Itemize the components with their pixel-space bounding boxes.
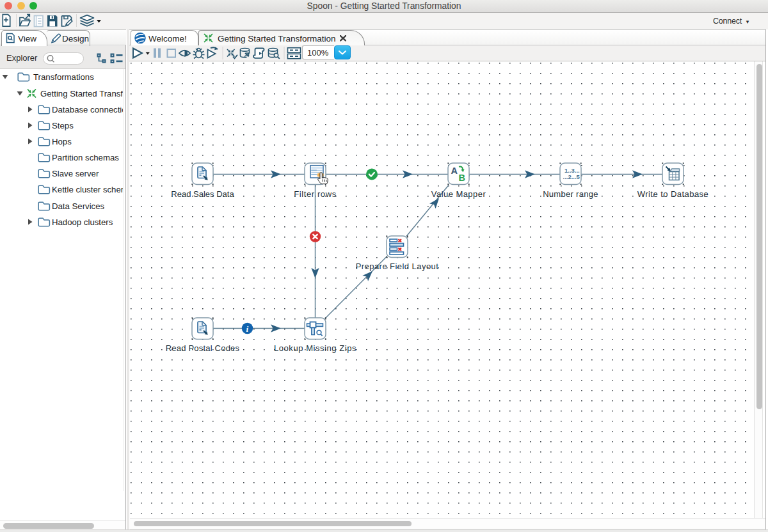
svg-text:Data Services: Data Services [52, 201, 104, 211]
svg-text:Transformations: Transformations [33, 72, 94, 82]
svg-text:Filter rows: Filter rows [294, 189, 337, 199]
svg-text:Prepare Field Layout: Prepare Field Layout [356, 262, 439, 271]
svg-text:View: View [18, 34, 36, 43]
svg-text:Hadoop clusters: Hadoop clusters [52, 217, 113, 227]
svg-text:Steps: Steps [52, 121, 74, 130]
svg-text:Number range: Number range [543, 189, 598, 199]
svg-text:i: i [246, 324, 249, 334]
svg-text:...2...5: ...2...5 [563, 173, 580, 180]
svg-text:Welcome!: Welcome! [148, 34, 187, 43]
svg-text:Partition schemas: Partition schemas [52, 153, 119, 162]
svg-text:Lookup Missing Zips: Lookup Missing Zips [274, 343, 356, 353]
svg-text:Kettle cluster schemas: Kettle cluster schemas [52, 185, 124, 194]
svg-text:Database connections: Database connections [52, 105, 124, 114]
svg-text:Getting Started Transfo: Getting Started Transfo [40, 89, 124, 98]
svg-text:Read Postal Codes: Read Postal Codes [166, 343, 240, 353]
svg-text:Design: Design [62, 34, 89, 43]
svg-text:Write to Database: Write to Database [637, 189, 708, 199]
svg-text:Read Sales Data: Read Sales Data [171, 189, 234, 199]
svg-text:Hops: Hops [52, 137, 72, 146]
svg-text:B: B [459, 173, 465, 183]
svg-text:A: A [451, 166, 458, 176]
svg-text:Getting Started Transformation: Getting Started Transformation [218, 34, 336, 43]
svg-text:Slave server: Slave server [52, 169, 99, 178]
svg-text:Value Mapper: Value Mapper [431, 189, 486, 199]
